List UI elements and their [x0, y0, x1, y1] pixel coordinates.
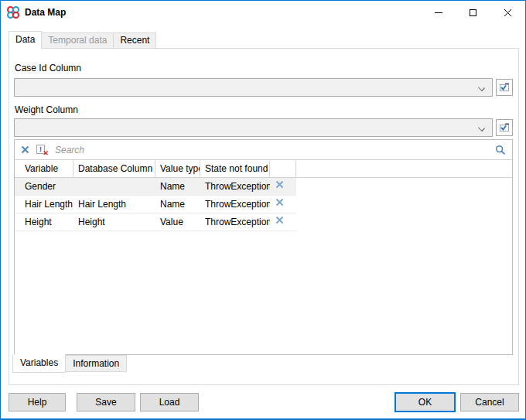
chevron-down-icon: [478, 125, 485, 131]
value-type-cell: Value: [155, 213, 200, 230]
close-button[interactable]: [490, 1, 525, 24]
variable-cell: Hair Length: [15, 196, 73, 213]
red-x-icon: ✕: [43, 150, 49, 157]
case-id-column-label: Case Id Column: [15, 63, 81, 73]
tab[interactable]: Recent: [113, 32, 156, 49]
checkmark-panel-icon: [499, 83, 510, 92]
delete-cell: [270, 213, 296, 230]
column-header[interactable]: [270, 160, 296, 177]
caption-buttons: [421, 1, 525, 24]
window-title: Data Map: [25, 7, 66, 18]
database-column-cell: Hair Length: [73, 196, 155, 213]
state-not-found-cell: ThrowException: [200, 196, 270, 213]
app-logo-icon: [7, 6, 19, 19]
grid-header: VariableDatabase ColumnValue typeState n…: [15, 160, 512, 178]
minimize-icon: [435, 12, 442, 13]
clear-search-icon[interactable]: [21, 145, 29, 154]
titlebar: Data Map: [1, 1, 525, 24]
tab[interactable]: Data: [9, 31, 42, 49]
delete-row-icon[interactable]: [275, 180, 284, 189]
maximize-button[interactable]: [456, 1, 490, 24]
column-header[interactable]: Value type: [155, 160, 200, 177]
case-id-column-picker-button[interactable]: [496, 79, 513, 96]
value-type-cell: Name: [155, 196, 200, 213]
checkmark-panel-icon: [499, 123, 510, 132]
tab[interactable]: Temporal data: [41, 32, 114, 49]
ok-button[interactable]: OK: [394, 392, 456, 412]
state-not-found-cell: ThrowException: [200, 178, 270, 195]
column-header[interactable]: State not found: [200, 160, 270, 177]
column-header[interactable]: Database Column: [73, 160, 155, 177]
bottom-tab[interactable]: Information: [65, 355, 127, 372]
logo-ring: [12, 12, 19, 19]
cancel-button[interactable]: Cancel: [460, 393, 519, 411]
bottom-tab-strip: VariablesInformation: [12, 355, 127, 373]
tab-strip: DataTemporal dataRecent: [9, 31, 156, 49]
variable-cell: Height: [15, 213, 73, 230]
data-map-dialog: Data Map DataTemporal dataRecent Case Id…: [0, 0, 526, 420]
weight-column-combobox[interactable]: [14, 118, 493, 137]
weight-column-label: Weight Column: [15, 104, 78, 115]
bottom-tab[interactable]: Variables: [12, 354, 66, 373]
remove-invalid-icon[interactable]: ! ✕: [36, 145, 48, 155]
load-button[interactable]: Load: [140, 393, 199, 411]
chevron-down-icon: [478, 84, 485, 91]
help-button[interactable]: Help: [9, 393, 66, 411]
close-icon: [504, 9, 512, 17]
delete-cell: [270, 178, 296, 195]
weight-column-picker-button[interactable]: [496, 119, 513, 136]
search-bar: ! ✕: [15, 140, 512, 160]
variables-grid: ! ✕ VariableDatabase ColumnValue typeSta…: [14, 139, 513, 355]
minimize-button[interactable]: [421, 1, 456, 24]
database-column-cell: [73, 178, 155, 195]
value-type-cell: Name: [155, 178, 200, 195]
delete-cell: [270, 196, 296, 213]
save-button[interactable]: Save: [77, 393, 135, 411]
maximize-icon: [470, 9, 476, 16]
grid-body: Gender Name ThrowException Hair Length H…: [15, 178, 512, 231]
search-icon: [495, 145, 506, 155]
database-column-cell: Height: [73, 213, 155, 230]
column-header[interactable]: Variable: [15, 160, 73, 177]
table-row[interactable]: Gender Name ThrowException: [15, 178, 296, 196]
table-row[interactable]: Height Height Value ThrowException: [15, 213, 296, 231]
delete-row-icon[interactable]: [275, 216, 284, 224]
table-row[interactable]: Hair Length Hair Length Name ThrowExcept…: [15, 196, 296, 213]
delete-row-icon[interactable]: [275, 198, 284, 207]
data-tab-panel: Case Id Column Weight Column: [9, 48, 519, 385]
case-id-column-combobox[interactable]: [14, 78, 493, 97]
search-input[interactable]: [55, 145, 488, 155]
variable-cell: Gender: [15, 178, 73, 195]
state-not-found-cell: ThrowException: [200, 213, 270, 230]
